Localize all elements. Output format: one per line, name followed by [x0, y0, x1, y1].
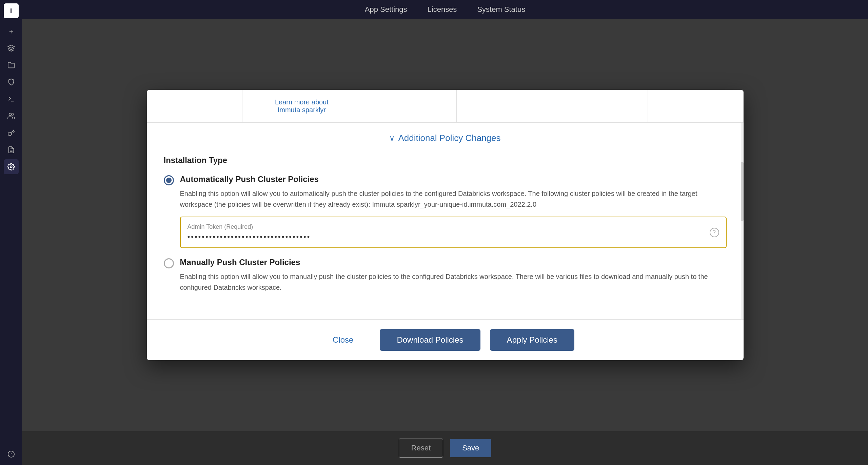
- section-title: Installation Type: [164, 156, 727, 165]
- token-input-wrapper[interactable]: Admin Token (Required) •••••••••••••••••…: [180, 217, 727, 248]
- bottom-bar: Reset Save: [22, 431, 868, 465]
- sidebar-item-folder[interactable]: [4, 58, 19, 73]
- table-cell-3: [361, 90, 457, 122]
- sidebar-item-settings[interactable]: [4, 159, 19, 174]
- table-cell-learn-more[interactable]: Learn more about Immuta sparklyr: [242, 90, 361, 122]
- auto-push-title: Automatically Push Cluster Policies: [180, 175, 727, 184]
- additional-policy-label: Additional Policy Changes: [398, 133, 500, 143]
- auto-push-desc: Enabling this option will allow you to a…: [180, 188, 727, 210]
- sidebar-item-shield[interactable]: [4, 75, 19, 89]
- additional-policy-toggle[interactable]: ∨ Additional Policy Changes: [164, 133, 727, 143]
- manual-push-content: Manually Push Cluster Policies Enabling …: [180, 258, 727, 300]
- table-cell-4: [457, 90, 552, 122]
- manual-push-title: Manually Push Cluster Policies: [180, 258, 727, 267]
- close-button[interactable]: Close: [316, 329, 370, 351]
- scrollbar[interactable]: [741, 123, 744, 319]
- modal-overlay: Learn more about Immuta sparklyr ∨ Ad: [22, 19, 868, 431]
- svg-point-2: [9, 113, 11, 116]
- modal-table-area: Learn more about Immuta sparklyr: [147, 90, 744, 123]
- installation-type-section: Installation Type Automatically Push Clu…: [164, 156, 727, 300]
- token-input-label: Admin Token (Required): [188, 223, 719, 230]
- table-cell-1: [147, 90, 242, 122]
- download-policies-button[interactable]: Download Policies: [380, 329, 480, 351]
- scrollbar-thumb: [741, 162, 744, 221]
- apply-policies-button[interactable]: Apply Policies: [490, 329, 574, 351]
- modal-table: Learn more about Immuta sparklyr: [147, 90, 744, 122]
- nav-system-status[interactable]: System Status: [477, 2, 525, 17]
- token-input-value: ••••••••••••••••••••••••••••••••••: [188, 232, 719, 241]
- sidebar-item-notes[interactable]: [4, 142, 19, 157]
- auto-push-radio[interactable]: [164, 175, 174, 185]
- sidebar-item-key[interactable]: [4, 125, 19, 140]
- manual-push-radio[interactable]: [164, 258, 174, 268]
- sidebar: I ＋: [0, 0, 22, 465]
- table-cell-6: [648, 90, 743, 122]
- modal: Learn more about Immuta sparklyr ∨ Ad: [147, 90, 744, 360]
- manual-push-desc: Enabling this option will allow you to m…: [180, 271, 727, 293]
- nav-app-settings[interactable]: App Settings: [365, 2, 407, 17]
- sidebar-item-terminal[interactable]: [4, 92, 19, 106]
- sidebar-item-help[interactable]: [4, 447, 19, 462]
- top-nav: App Settings Licenses System Status: [22, 0, 868, 19]
- auto-push-option: Automatically Push Cluster Policies Enab…: [164, 175, 727, 248]
- svg-marker-0: [8, 45, 14, 48]
- auto-push-content: Automatically Push Cluster Policies Enab…: [180, 175, 727, 248]
- modal-body: ∨ Additional Policy Changes Installation…: [147, 123, 744, 319]
- svg-point-5: [10, 166, 12, 168]
- reset-button[interactable]: Reset: [399, 439, 443, 458]
- manual-push-option: Manually Push Cluster Policies Enabling …: [164, 258, 727, 300]
- modal-footer: Close Download Policies Apply Policies: [147, 319, 744, 360]
- sidebar-item-users[interactable]: [4, 108, 19, 123]
- help-circle-icon[interactable]: ?: [710, 228, 719, 237]
- sidebar-item-add[interactable]: ＋: [4, 24, 19, 39]
- table-cell-5: [552, 90, 648, 122]
- save-button[interactable]: Save: [450, 439, 491, 457]
- nav-licenses[interactable]: Licenses: [428, 2, 457, 17]
- sidebar-item-layers[interactable]: [4, 41, 19, 56]
- chevron-down-icon: ∨: [389, 134, 395, 143]
- sidebar-logo: I: [4, 3, 19, 18]
- main-content: Learn more about Immuta sparklyr ∨ Ad: [22, 19, 868, 465]
